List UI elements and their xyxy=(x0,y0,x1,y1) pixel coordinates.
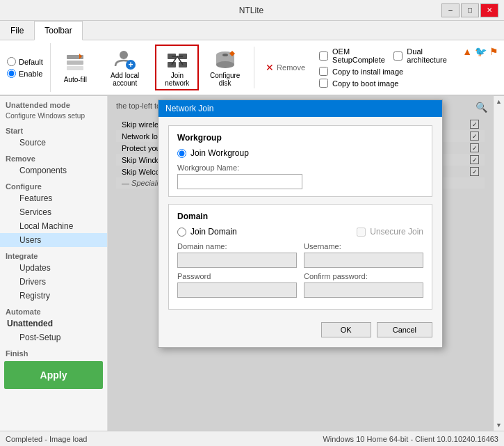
sidebar-item-registry[interactable]: Registry xyxy=(0,289,107,303)
sidebar-item-features[interactable]: Features xyxy=(0,191,107,205)
username-col: Username: xyxy=(304,242,423,268)
copy-install-checkbox[interactable] xyxy=(319,67,328,76)
radio-enable[interactable]: Enable xyxy=(7,69,43,78)
add-local-account-button[interactable]: + Add local account xyxy=(97,45,153,90)
join-domain-radio[interactable] xyxy=(177,228,186,237)
dialog-body: Workgroup Join Workgroup Workgroup Name:… xyxy=(158,117,442,347)
radio-default[interactable]: Default xyxy=(7,57,43,66)
status-left: Completed - Image load xyxy=(6,435,87,443)
confirm-password-col: Confirm password: xyxy=(304,272,423,298)
sidebar-integrate-section: Integrate xyxy=(0,250,107,261)
domain-name-input[interactable] xyxy=(177,253,297,268)
copy-install-label: Copy to install image xyxy=(332,67,403,76)
domain-username-row: Domain name: Username: xyxy=(177,242,423,268)
radio-enable-input[interactable] xyxy=(7,69,16,78)
close-button[interactable]: ✕ xyxy=(480,3,498,17)
menu-toolbar[interactable]: Toolbar xyxy=(34,21,82,40)
radio-enable-label: Enable xyxy=(19,70,42,78)
nav-flag-icon[interactable]: ⚑ xyxy=(489,46,498,57)
workgroup-section: Workgroup Join Workgroup Workgroup Name: xyxy=(168,125,432,197)
unsecure-join-row: Unsecure Join xyxy=(357,227,423,237)
sidebar-item-drivers[interactable]: Drivers xyxy=(0,275,107,289)
domain-name-label: Domain name: xyxy=(177,242,297,250)
join-domain-radio-row: Join Domain xyxy=(177,227,237,237)
workgroup-title: Workgroup xyxy=(177,133,423,143)
sidebar-start-section: Start xyxy=(0,125,107,136)
join-network-button[interactable]: Join network xyxy=(155,45,199,90)
configure-disk-button[interactable]: Configure disk xyxy=(202,45,248,90)
network-join-dialog: Network Join Workgroup Join Workgroup Wo… xyxy=(158,99,443,348)
separator xyxy=(254,47,254,88)
svg-rect-2 xyxy=(67,66,83,70)
scrollbar[interactable]: ▲ ▼ xyxy=(493,96,504,431)
scroll-up[interactable]: ▲ xyxy=(494,96,504,107)
username-label: Username: xyxy=(304,242,423,250)
minimize-button[interactable]: – xyxy=(441,3,460,17)
sidebar-item-services[interactable]: Services xyxy=(0,205,107,219)
sidebar-configure-windows[interactable]: Configure Windows setup xyxy=(0,110,107,122)
add-local-account-icon: + xyxy=(114,48,136,70)
remove-icon: ✕ xyxy=(266,62,274,73)
toolbar: Default Enable Auto-fill + xyxy=(0,40,504,96)
domain-section: Domain Join Domain Unsecure Join xyxy=(168,204,432,310)
nav-up-icon[interactable]: ▲ xyxy=(462,46,472,57)
confirm-password-label: Confirm password: xyxy=(304,272,423,280)
sidebar-item-users[interactable]: Users xyxy=(0,233,107,247)
sidebar-finish-section: Finish xyxy=(0,347,107,358)
window-title: NTLite xyxy=(61,6,441,15)
svg-point-16 xyxy=(216,61,234,68)
sidebar: Unattended mode Configure Windows setup … xyxy=(0,96,108,431)
sidebar-item-postsetup[interactable]: Post-Setup xyxy=(0,330,107,344)
cancel-button[interactable]: Cancel xyxy=(377,322,432,337)
sidebar-item-updates[interactable]: Updates xyxy=(0,261,107,275)
sidebar-item-components[interactable]: Components xyxy=(0,164,107,177)
autofill-button[interactable]: Auto-fill xyxy=(56,45,95,90)
sidebar-unattended-mode: Unattended mode xyxy=(0,99,107,110)
join-network-icon xyxy=(166,48,188,70)
workgroup-name-input[interactable] xyxy=(177,174,302,189)
radio-group: Default Enable xyxy=(4,54,46,81)
domain-name-col: Domain name: xyxy=(177,242,297,268)
ribbon-right: OEM SetupComplete Dual architecture Copy… xyxy=(314,45,458,90)
scroll-down[interactable]: ▼ xyxy=(494,420,504,431)
dialog-overlay: Network Join Workgroup Join Workgroup Wo… xyxy=(108,96,493,431)
oem-checkbox[interactable] xyxy=(319,51,328,61)
join-workgroup-radio[interactable] xyxy=(177,149,186,158)
copy-boot-label: Copy to boot image xyxy=(332,79,398,88)
toolbar-radio-group: Default Enable xyxy=(4,43,51,92)
svg-text:+: + xyxy=(128,60,133,70)
dialog-buttons: OK Cancel xyxy=(168,317,432,339)
workgroup-name-label: Workgroup Name: xyxy=(177,164,423,172)
sidebar-item-local-machine[interactable]: Local Machine xyxy=(0,219,107,233)
apply-button[interactable]: Apply xyxy=(4,361,103,389)
maximize-button[interactable]: □ xyxy=(461,3,479,17)
svg-point-17 xyxy=(222,54,228,56)
nav-twitter-icon[interactable]: 🐦 xyxy=(475,46,487,57)
remove-label: Remove xyxy=(277,63,305,72)
password-col: Password xyxy=(177,272,297,298)
autofill-label: Auto-fill xyxy=(64,76,87,83)
nav-arrows: ▲ 🐦 ⚑ xyxy=(461,43,500,58)
remove-button[interactable]: ✕ Remove xyxy=(260,59,311,76)
sidebar-item-source[interactable]: Source xyxy=(0,136,107,150)
dual-arch-checkbox[interactable] xyxy=(393,51,403,61)
window-controls: – □ ✕ xyxy=(441,3,498,17)
join-workgroup-label: Join Workgroup xyxy=(190,148,249,158)
dual-arch-label: Dual architecture xyxy=(407,47,453,64)
confirm-password-input[interactable] xyxy=(304,282,423,298)
password-input[interactable] xyxy=(177,282,297,298)
unsecure-join-label: Unsecure Join xyxy=(370,227,423,237)
main-layout: Unattended mode Configure Windows setup … xyxy=(0,96,504,431)
sidebar-item-unattended[interactable]: Unattended xyxy=(0,317,107,330)
copy-boot-checkbox[interactable] xyxy=(319,79,328,88)
join-domain-label: Join Domain xyxy=(190,227,237,237)
menu-file[interactable]: File xyxy=(0,21,34,40)
content-area: the top-left toolbar option. 🔍 Skip wire… xyxy=(108,96,493,431)
unsecure-join-checkbox[interactable] xyxy=(357,228,366,237)
svg-point-3 xyxy=(120,51,128,59)
username-input[interactable] xyxy=(304,253,423,268)
oem-checkbox-row: OEM SetupComplete Dual architecture xyxy=(319,47,453,64)
menu-bar: File Toolbar xyxy=(0,21,504,40)
radio-default-input[interactable] xyxy=(7,57,16,66)
ok-button[interactable]: OK xyxy=(321,322,371,337)
